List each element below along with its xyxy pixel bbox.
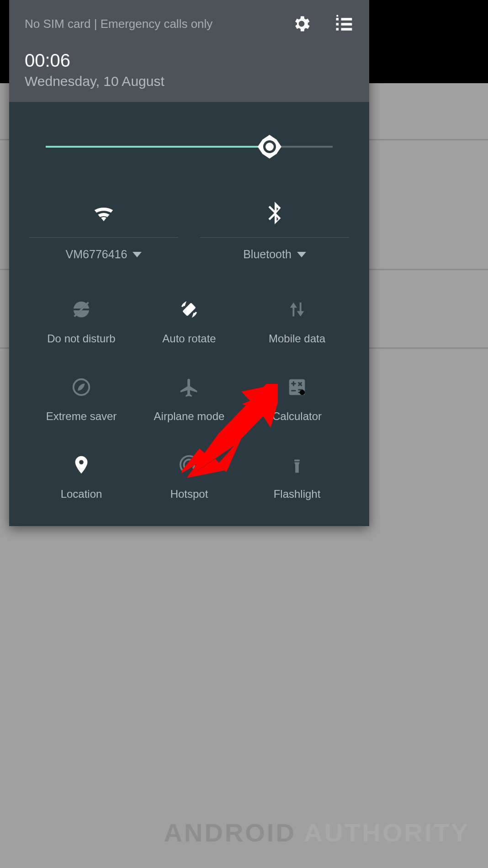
dnd-tile[interactable]: Do not disturb <box>27 297 135 345</box>
quick-settings-panel: No SIM card | Emergency calls only 00:06… <box>9 0 369 526</box>
saver-tile[interactable]: Extreme saver <box>27 374 135 423</box>
dnd-label: Do not disturb <box>27 332 135 345</box>
hotspot-label: Hotspot <box>135 488 243 501</box>
list-icon[interactable] <box>334 14 354 34</box>
bluetooth-dropdown[interactable]: Bluetooth <box>198 248 351 261</box>
airplane-icon <box>135 374 243 400</box>
brightness-slider[interactable] <box>46 135 333 159</box>
clock-time: 00:06 <box>25 50 354 71</box>
location-tile[interactable]: Location <box>27 452 135 501</box>
bluetooth-icon <box>262 201 287 225</box>
autorotate-tile[interactable]: Auto rotate <box>135 297 243 345</box>
airplane-tile[interactable]: Airplane mode <box>135 374 243 423</box>
wifi-dropdown[interactable]: VM6776416 <box>27 248 180 261</box>
chevron-down-icon <box>297 252 306 257</box>
svg-rect-2 <box>336 28 339 31</box>
wifi-icon <box>91 201 116 225</box>
autorotate-label: Auto rotate <box>135 332 243 345</box>
svg-rect-1 <box>336 23 339 26</box>
brightness-thumb-icon[interactable] <box>258 135 281 159</box>
svg-rect-3 <box>336 15 338 17</box>
wifi-tile[interactable]: VM6776416 <box>27 195 180 261</box>
flashlight-icon <box>243 452 351 478</box>
location-icon <box>27 452 135 478</box>
mobiledata-label: Mobile data <box>243 332 351 345</box>
mobiledata-icon <box>243 297 351 322</box>
airplane-label: Airplane mode <box>135 410 243 423</box>
hotspot-tile[interactable]: Hotspot <box>135 452 243 501</box>
calculator-tile[interactable]: Calculator <box>243 374 351 423</box>
svg-rect-0 <box>336 18 339 21</box>
leaf-icon <box>27 374 135 400</box>
calculator-label: Calculator <box>243 410 351 423</box>
mobiledata-tile[interactable]: Mobile data <box>243 297 351 345</box>
bluetooth-label: Bluetooth <box>243 248 292 261</box>
hotspot-icon <box>135 452 243 478</box>
autorotate-icon <box>135 297 243 322</box>
wifi-label: VM6776416 <box>66 248 127 261</box>
flashlight-tile[interactable]: Flashlight <box>243 452 351 501</box>
watermark: ANDROID AUTHORITY <box>164 818 470 847</box>
dnd-icon <box>27 297 135 322</box>
flashlight-label: Flashlight <box>243 488 351 501</box>
svg-point-12 <box>187 463 191 467</box>
sim-status-text: No SIM card | Emergency calls only <box>25 17 212 31</box>
chevron-down-icon <box>133 252 142 257</box>
gear-icon[interactable] <box>292 14 312 34</box>
calculator-icon <box>243 374 351 400</box>
location-label: Location <box>27 488 135 501</box>
bluetooth-tile[interactable]: Bluetooth <box>198 195 351 261</box>
saver-label: Extreme saver <box>27 410 135 423</box>
clock-date: Wednesday, 10 August <box>25 74 354 89</box>
